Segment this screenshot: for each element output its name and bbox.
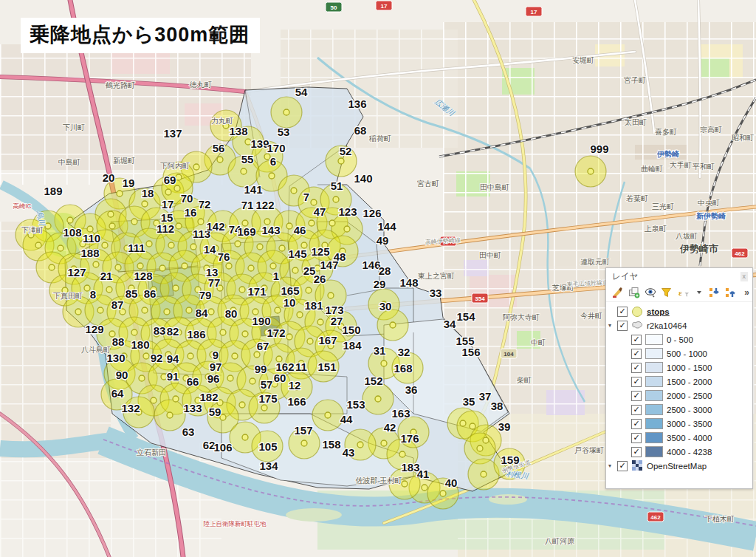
qgis-map-window: 35424104462462171750 鶴光路町徳丸町力丸町下川町新堀町中島町… (0, 0, 756, 557)
legend-class-row[interactable]: ✓4000 - 4238 (606, 445, 752, 459)
stop-point (329, 220, 335, 226)
stop-point (117, 191, 123, 197)
layer-visibility-checkbox[interactable]: ✓ (617, 321, 628, 331)
population-label: 31 (374, 344, 386, 357)
population-label: 137 (163, 127, 182, 140)
road-shield-number: 17 (531, 9, 537, 16)
population-label: 184 (343, 339, 362, 352)
layer-name[interactable]: OpenStreetMap (647, 462, 707, 471)
class-visibility-checkbox[interactable]: ✓ (631, 447, 642, 457)
class-visibility-checkbox[interactable]: ✓ (631, 349, 642, 359)
map-placename: 三光町 (652, 202, 674, 211)
expression-filter-icon[interactable]: ε (677, 286, 690, 298)
legend-class-row[interactable]: ✓1000 - 1500 (606, 360, 752, 375)
dropdown-arrow-icon[interactable] (694, 286, 704, 298)
class-visibility-checkbox[interactable]: ✓ (631, 391, 642, 401)
layer-styling-icon[interactable] (612, 286, 624, 298)
stop-point (87, 226, 93, 232)
population-label: 53 (278, 126, 290, 138)
map-red-note: 高崎IC (13, 202, 32, 210)
map-placename: 東上之宮町 (417, 272, 455, 280)
population-label: 154 (456, 310, 475, 323)
map-placename: 宗高町 (700, 126, 722, 134)
road-shield-number: 104 (504, 351, 514, 358)
layer-visibility-checkbox[interactable]: ✓ (617, 461, 628, 471)
class-visibility-checkbox[interactable]: ✓ (631, 405, 642, 415)
map-title-text: 乗降地点から300m範囲 (30, 24, 250, 46)
population-label: 14 (204, 243, 216, 256)
population-label: 168 (394, 362, 412, 375)
expander-arrow-icon[interactable]: ▾ (606, 462, 614, 469)
legend-class-row[interactable]: ✓3000 - 3500 (606, 417, 752, 431)
stop-point (269, 173, 275, 179)
stop-point (208, 309, 214, 315)
stop-point (470, 423, 475, 429)
stop-point (291, 188, 297, 194)
stop-point (261, 405, 267, 411)
layer-visibility-checkbox[interactable]: ✓ (617, 307, 628, 317)
legend-class-row[interactable]: ✓2000 - 2500 (606, 389, 752, 403)
stop-point (292, 267, 298, 273)
road-shield-number: 17 (381, 3, 388, 10)
overflow-chevrons-icon[interactable]: » (744, 287, 749, 298)
population-label: 55 (241, 153, 254, 165)
add-group-icon[interactable] (628, 286, 640, 298)
stop-point (239, 287, 245, 293)
layer-name[interactable]: r2ka10464 (647, 321, 687, 330)
population-label: 36 (405, 383, 418, 396)
map-placename: 稲荷町 (368, 134, 391, 143)
legend-class-row[interactable]: ✓3500 - 4000 (606, 431, 752, 445)
stop-point (477, 445, 483, 451)
manage-map-themes-icon[interactable] (645, 286, 656, 298)
map-placename: 宮古町 (417, 180, 439, 188)
class-visibility-checkbox[interactable]: ✓ (631, 363, 642, 373)
population-label: 123 (338, 205, 357, 218)
population-label: 128 (134, 270, 152, 282)
expand-all-icon[interactable] (709, 286, 721, 298)
legend-class-row[interactable]: ✓1500 - 2000 (606, 375, 752, 389)
collapse-all-icon[interactable] (725, 286, 737, 298)
layers-panel-toolbar: ε » (606, 284, 752, 302)
population-label: 37 (479, 390, 492, 403)
population-label: 132 (121, 402, 140, 414)
population-label: 70 (181, 192, 193, 205)
population-label: 999 (590, 143, 608, 155)
class-color-swatch (645, 432, 663, 443)
class-label: 1000 - 1500 (667, 363, 712, 372)
stop-point (309, 220, 315, 226)
population-label: 41 (417, 468, 430, 480)
legend-class-row[interactable]: ✓500 - 1000 (606, 346, 752, 360)
stop-point (173, 285, 179, 291)
population-label: 28 (379, 264, 391, 277)
layers-panel-titlebar[interactable]: レイヤ x (606, 268, 752, 284)
stop-point (109, 223, 115, 229)
map-placename: 佐波郡 玉村町 (356, 476, 402, 485)
population-label: 56 (213, 142, 225, 154)
class-label: 4000 - 4238 (667, 448, 712, 457)
class-visibility-checkbox[interactable]: ✓ (631, 335, 642, 345)
population-label: 190 (252, 315, 270, 327)
layer-row-stops[interactable]: ✓stops (606, 304, 752, 318)
layer-row-OpenStreetMap[interactable]: ▾✓OpenStreetMap (606, 459, 752, 473)
population-label: 129 (85, 323, 103, 335)
population-label: 1 (273, 270, 279, 282)
class-visibility-checkbox[interactable]: ✓ (631, 433, 642, 443)
population-label: 126 (362, 207, 381, 219)
stop-point (254, 352, 260, 358)
stop-point (188, 353, 193, 359)
map-placename: 宮子町 (624, 76, 646, 84)
legend-class-row[interactable]: ✓0 - 500 (606, 332, 752, 346)
class-visibility-checkbox[interactable]: ✓ (631, 419, 642, 429)
legend-class-row[interactable]: ✓2500 - 3000 (606, 403, 752, 417)
close-icon[interactable]: x (740, 272, 749, 281)
population-label: 38 (491, 400, 504, 412)
population-label: 17 (162, 198, 174, 211)
population-label: 157 (294, 424, 312, 437)
stop-point (481, 471, 487, 477)
class-visibility-checkbox[interactable]: ✓ (631, 377, 642, 387)
layer-row-r2ka10464[interactable]: ▾✓r2ka10464 (606, 318, 752, 332)
stop-point (286, 223, 292, 229)
expander-arrow-icon[interactable]: ▾ (606, 322, 614, 329)
filter-legend-icon[interactable] (661, 286, 673, 298)
layer-name[interactable]: stops (647, 307, 670, 316)
